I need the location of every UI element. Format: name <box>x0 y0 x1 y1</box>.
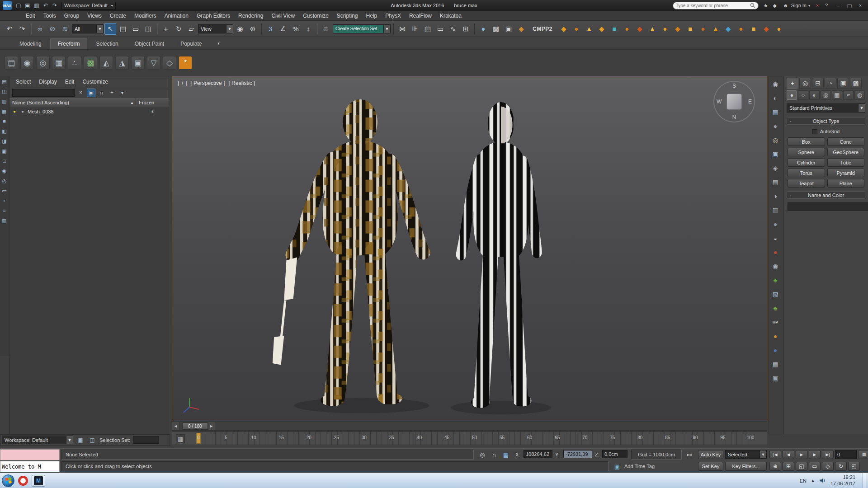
primitives-dropdown[interactable]: Standard Primitives▼ <box>787 103 865 113</box>
conform-brush-icon[interactable]: ◎ <box>36 56 50 70</box>
compass-north[interactable]: N <box>732 114 736 121</box>
plugin-icon[interactable]: ■ <box>684 23 696 35</box>
helpers-category-icon[interactable]: ▦ <box>832 90 842 100</box>
viewport-shading-menu[interactable]: [ Realistic ] <box>228 80 255 86</box>
set-keys-icon[interactable]: ⊷ <box>684 450 694 460</box>
grass-tool-icon[interactable]: ♣ <box>770 303 780 313</box>
tab-selection[interactable]: Selection <box>88 38 126 49</box>
shape-tool-icon[interactable]: ◭ <box>99 56 113 70</box>
go-to-end-icon[interactable]: ▶| <box>822 450 834 459</box>
modify-tab-icon[interactable]: ◎ <box>799 78 811 89</box>
plugin-icon[interactable]: ◆ <box>558 23 570 35</box>
geosphere-button[interactable]: GeoSphere <box>827 148 865 156</box>
extra-tool-icon[interactable]: ▣ <box>770 373 780 383</box>
isolate-selection-icon[interactable]: ◎ <box>477 450 487 460</box>
next-frame-icon[interactable]: ▶ <box>809 450 821 459</box>
timeline-scale[interactable]: 0510152025303540455055606570758085909510… <box>198 432 750 445</box>
box-button[interactable]: Box <box>788 137 825 146</box>
gizmo-tool-icon[interactable]: ◈ <box>770 163 780 173</box>
explorer-filter-icon[interactable]: ▫ <box>1 197 8 204</box>
maxscript-mini-listener[interactable]: Welcome to M <box>0 461 60 472</box>
infocenter-close-icon[interactable]: × <box>814 2 821 9</box>
edit-named-sets-icon[interactable]: ≡ <box>320 23 332 35</box>
object-type-rollout[interactable]: - Object Type <box>787 117 865 125</box>
explorer-filter-icon[interactable]: □ <box>1 157 8 164</box>
restore-button[interactable]: ▢ <box>844 2 854 9</box>
open-file-icon[interactable]: ▣ <box>24 1 32 9</box>
explorer-filter-icon[interactable]: ◧ <box>1 127 8 135</box>
layers-tool-icon[interactable]: ▤ <box>770 177 780 187</box>
shapes-category-icon[interactable]: ○ <box>798 90 808 100</box>
undo-icon[interactable]: ↶ <box>4 23 15 35</box>
mesh-grid-icon[interactable]: ▩ <box>84 56 97 70</box>
plugin-icon[interactable]: ● <box>659 23 671 35</box>
current-frame-field[interactable]: 0 <box>835 450 857 459</box>
menu-create[interactable]: Create <box>106 11 130 20</box>
polydraw-icon[interactable]: ▤ <box>5 56 18 70</box>
clear-search-icon[interactable]: × <box>76 89 85 97</box>
explorer-filter-icon[interactable]: ▤ <box>1 78 8 85</box>
use-pivot-center-icon[interactable]: ◉ <box>234 23 246 35</box>
cone-button[interactable]: Cone <box>827 137 865 146</box>
auto-key-button[interactable]: Auto Key <box>698 450 723 459</box>
cameras-category-icon[interactable]: ◎ <box>821 90 831 100</box>
tab-object-paint[interactable]: Object Paint <box>127 38 172 49</box>
shade-tool-icon[interactable]: ◑ <box>770 191 780 201</box>
explorer-filter-icon[interactable]: ◫ <box>1 88 8 95</box>
footprints-icon[interactable]: ∴ <box>68 56 81 70</box>
taskbar-clock[interactable]: 19:21 17.06.2017 <box>830 474 858 487</box>
show-desktop-button[interactable] <box>863 473 866 488</box>
view-cube-face[interactable] <box>726 94 742 110</box>
workspace-selector-dropdown[interactable]: Workspace: Default▼ <box>2 436 73 444</box>
y-coordinate-field[interactable]: -72931,39 <box>563 450 592 458</box>
autogrid-checkbox[interactable] <box>812 129 817 134</box>
percent-snap-icon[interactable]: % <box>290 23 302 35</box>
minimize-button[interactable]: – <box>834 2 844 9</box>
light-bulb-icon[interactable]: ● <box>11 109 18 114</box>
views-tool-icon[interactable]: ▥ <box>770 205 780 215</box>
previous-frame-icon[interactable]: ◀ <box>783 450 794 459</box>
display-toggle-icon[interactable]: ▣ <box>87 89 95 97</box>
grid2-tool-icon[interactable]: ▦ <box>770 359 780 369</box>
geometry-category-icon[interactable]: ● <box>787 90 797 100</box>
explorer-filter-icon[interactable]: ▧ <box>1 217 8 224</box>
torus-button[interactable]: Torus <box>788 169 825 177</box>
pan-icon[interactable]: ◇ <box>822 462 834 471</box>
select-object-icon[interactable]: ↖ <box>104 23 116 35</box>
menu-scripting[interactable]: Scripting <box>333 11 362 20</box>
favorites-icon[interactable]: ★ <box>762 2 769 9</box>
language-indicator[interactable]: EN <box>800 478 807 483</box>
material-tool-icon[interactable]: ◎ <box>770 135 780 145</box>
pick-tool-icon[interactable]: ◇ <box>163 56 176 70</box>
key-filters-button[interactable]: Key Filters... <box>725 462 767 471</box>
cmpp2-button[interactable]: CMPP2 <box>528 26 557 32</box>
panel-tool-icon[interactable]: ▣ <box>770 149 780 159</box>
maxscript-mini-listener-pink[interactable] <box>0 449 60 460</box>
plugin-icon[interactable]: ■ <box>748 23 760 35</box>
teapot-button[interactable]: Teapot <box>788 179 825 188</box>
ball-tool-icon[interactable]: ◒ <box>770 233 780 243</box>
max-logo[interactable]: MAX <box>3 1 12 10</box>
explorer-filter-icon[interactable]: ▥ <box>1 98 8 105</box>
rectangular-selection-region-icon[interactable]: ▭ <box>130 23 142 35</box>
motion-tab-icon[interactable]: ◔ <box>825 78 836 89</box>
viewport-pov-menu[interactable]: [ Perspective ] <box>190 80 225 86</box>
pyramid-button[interactable]: Pyramid <box>827 169 865 177</box>
explorer-filter-icon[interactable]: ■ <box>1 117 8 125</box>
select-and-move-icon[interactable]: + <box>160 23 172 35</box>
compass-west[interactable]: W <box>717 99 722 105</box>
explorer-options-icon[interactable]: ▾ <box>118 89 127 97</box>
hierarchy-tab-icon[interactable]: ⊟ <box>812 78 824 89</box>
bind-to-spacewarp-icon[interactable]: ≋ <box>59 23 71 35</box>
spacewarps-category-icon[interactable]: ≈ <box>843 90 854 100</box>
time-config-button[interactable]: ▦ <box>858 450 868 459</box>
time-configuration-icon[interactable]: ▦ <box>176 434 185 443</box>
selection-filter-dropdown[interactable]: All▼ <box>72 24 104 33</box>
plugin-icon[interactable]: ◆ <box>672 23 684 35</box>
explorer-search-input[interactable] <box>12 89 75 97</box>
explorer-list[interactable]: ● ● Mesh_0038 ∗ <box>9 107 169 434</box>
plugin-icon[interactable]: ◆ <box>760 23 772 35</box>
start-button[interactable] <box>2 474 14 487</box>
plugin-icon[interactable]: ● <box>697 23 709 35</box>
window-crossing-icon[interactable]: ◫ <box>142 23 154 35</box>
